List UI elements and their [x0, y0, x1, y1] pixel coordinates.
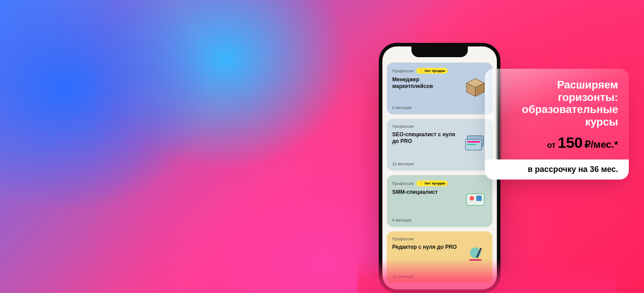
- course-list: Профессия ⚡ Хит продаж Менеджер маркетпл…: [387, 63, 492, 283]
- panel-fold-highlight: [485, 69, 500, 180]
- course-duration: 9 месяцев: [392, 218, 487, 222]
- course-title: Редактор с нуля до PRO: [392, 244, 459, 251]
- course-title: SMM-специалист: [392, 189, 459, 196]
- svg-rect-2: [467, 141, 480, 142]
- phone-mockup: Профессия ⚡ Хит продаж Менеджер маркетпл…: [379, 43, 500, 293]
- price-unit: ₽/мес.*: [585, 139, 618, 150]
- promo-price: от 150 ₽/мес.*: [496, 134, 618, 151]
- course-duration: 12 месяцев: [392, 274, 487, 279]
- editor-tools-icon: [463, 242, 488, 267]
- course-duration: 12 месяцев: [392, 162, 487, 166]
- category-label: Профессия: [392, 124, 414, 129]
- promo-headline: Расширяем горизонты: образовательные кур…: [496, 79, 618, 128]
- price-from: от: [547, 141, 555, 150]
- course-card[interactable]: Профессия Редактор с нуля до PRO 12 меся…: [387, 231, 492, 283]
- course-card[interactable]: Профессия ⚡ Хит продаж SMM-специалист 9 …: [387, 175, 492, 227]
- svg-point-5: [470, 196, 474, 201]
- promo-panel: Расширяем горизонты: образовательные кур…: [485, 69, 629, 180]
- category-label: Профессия: [392, 69, 414, 73]
- category-label: Профессия: [392, 181, 414, 186]
- phone-notch: [411, 46, 468, 57]
- course-card[interactable]: Профессия SEO-специалист с нуля до PRO 1…: [387, 119, 492, 171]
- box-icon: [463, 73, 488, 98]
- hit-badge: ⚡ Хит продаж: [416, 68, 448, 74]
- social-apps-icon: [463, 186, 488, 211]
- price-amount: 150: [558, 134, 582, 151]
- course-duration: 6 месяцев: [392, 105, 487, 110]
- hit-badge: ⚡ Хит продаж: [416, 180, 448, 186]
- svg-rect-8: [469, 259, 482, 261]
- course-title: Менеджер маркетплейсов: [392, 76, 459, 90]
- course-title: SEO-специалист с нуля до PRO: [392, 131, 459, 145]
- browser-stack-icon: [463, 130, 488, 155]
- category-label: Профессия: [392, 237, 414, 241]
- svg-rect-3: [467, 144, 476, 145]
- course-card[interactable]: Профессия ⚡ Хит продаж Менеджер маркетпл…: [387, 63, 492, 114]
- installment-strip: в рассрочку на 36 мес.: [485, 159, 629, 180]
- svg-rect-6: [476, 196, 482, 201]
